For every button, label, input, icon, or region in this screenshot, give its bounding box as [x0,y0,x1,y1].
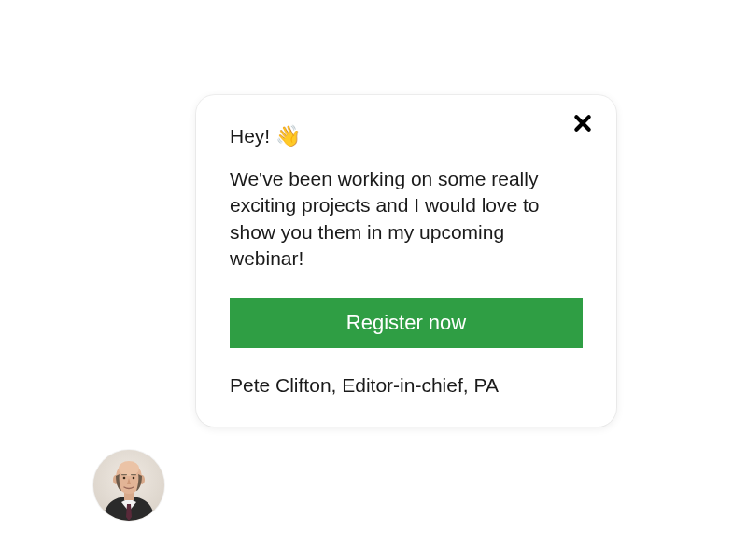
svg-point-7 [133,477,135,480]
svg-point-6 [123,477,126,480]
signature-text: Pete Clifton, Editor-in-chief, PA [230,374,583,397]
svg-point-3 [119,461,139,476]
webinar-popup: Hey! 👋 We've been working on some really… [196,95,616,427]
close-button[interactable] [571,114,594,136]
waving-hand-icon: 👋 [275,126,301,147]
svg-rect-8 [121,474,127,475]
greeting-line: Hey! 👋 [230,125,583,147]
register-button[interactable]: Register now [230,298,583,348]
close-icon [573,114,592,136]
popup-body-text: We've been working on some really exciti… [230,166,583,272]
avatar [93,450,164,521]
greeting-text: Hey! [230,125,270,147]
svg-rect-9 [131,474,136,475]
